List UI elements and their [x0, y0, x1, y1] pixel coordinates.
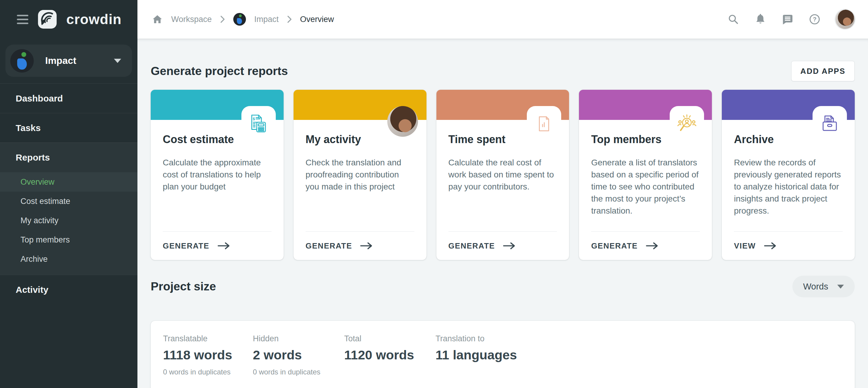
- add-apps-button[interactable]: ADD APPS: [791, 61, 855, 81]
- caret-down-icon: [837, 285, 844, 289]
- project-name: Impact: [45, 55, 76, 66]
- time-report-document-icon: [535, 115, 553, 133]
- sidebar-item-tasks[interactable]: Tasks: [0, 113, 137, 142]
- stat-note: 0 words in duplicates: [163, 368, 253, 376]
- sidebar-subitem-top-members[interactable]: Top members: [0, 230, 137, 250]
- arrow-right-icon: [503, 241, 516, 250]
- card-icon-badge: [527, 106, 561, 141]
- breadcrumb-project[interactable]: Impact: [254, 15, 279, 24]
- card-archive: Archive Review the records of previously…: [722, 90, 855, 260]
- invoice-calculator-icon: $: [249, 114, 269, 134]
- card-cost-estimate: $ Cost estimate Calculate the approximat…: [151, 90, 284, 260]
- svg-text:$: $: [253, 117, 255, 121]
- unit-selector-dropdown[interactable]: Words: [792, 276, 855, 297]
- stat-label: Translation to: [435, 334, 527, 344]
- card-action-label: GENERATE: [306, 241, 352, 251]
- project-size-section-head: Project size Words: [151, 276, 855, 297]
- help-icon[interactable]: ?: [808, 13, 821, 26]
- stat-label: Translatable: [163, 334, 253, 344]
- sidebar-nav: Dashboard Tasks Reports Overview Cost es…: [0, 84, 137, 304]
- topbar-actions: ?: [727, 10, 855, 29]
- chat-icon[interactable]: [781, 13, 794, 26]
- sidebar-item-reports[interactable]: Reports: [0, 143, 137, 172]
- project-selector[interactable]: Impact: [5, 44, 132, 77]
- card-description: Calculate the real cost of work based on…: [448, 157, 557, 193]
- sidebar-subitem-my-activity[interactable]: My activity: [0, 211, 137, 230]
- bell-icon[interactable]: [754, 13, 767, 26]
- crowdin-logo-icon[interactable]: [37, 9, 57, 29]
- unit-selector-value: Words: [803, 282, 828, 292]
- sidebar: crowdin Impact Dashboard Tasks Reports O…: [0, 0, 137, 388]
- breadcrumb-current-page: Overview: [300, 15, 334, 24]
- reports-section-head: Generate project reports ADD APPS: [151, 61, 855, 81]
- home-icon[interactable]: [152, 14, 163, 25]
- card-icon-badge: [670, 106, 704, 141]
- archive-box-icon: [820, 114, 839, 133]
- card-description: Calculate the approximate cost of transl…: [163, 157, 272, 193]
- card-icon-badge: $: [241, 106, 276, 141]
- card-action-label: VIEW: [734, 241, 755, 251]
- project-size-title: Project size: [151, 280, 216, 293]
- view-archive-link[interactable]: VIEW: [722, 232, 855, 260]
- stat-total: Total 1120 words: [344, 334, 435, 376]
- user-avatar[interactable]: [835, 10, 855, 29]
- stat-note: 0 words in duplicates: [253, 368, 344, 376]
- sidebar-section-reports: Reports Overview Cost estimate My activi…: [0, 142, 137, 275]
- stat-hidden: Hidden 2 words 0 words in duplicates: [253, 334, 344, 376]
- topbar: Workspace Impact Overview ?: [137, 0, 868, 38]
- card-action-label: GENERATE: [163, 241, 210, 251]
- generate-top-members-link[interactable]: GENERATE: [579, 232, 712, 260]
- report-cards: $ Cost estimate Calculate the approximat…: [151, 90, 855, 260]
- arrow-right-icon: [217, 241, 230, 250]
- sidebar-item-dashboard[interactable]: Dashboard: [0, 84, 137, 113]
- sidebar-item-activity[interactable]: Activity: [0, 275, 137, 304]
- card-action-label: GENERATE: [448, 241, 495, 251]
- card-description: Check the translation and proofreading c…: [306, 157, 414, 193]
- breadcrumb-workspace[interactable]: Workspace: [171, 15, 212, 24]
- stat-translatable: Translatable 1118 words 0 words in dupli…: [161, 334, 253, 376]
- sidebar-subitem-cost-estimate[interactable]: Cost estimate: [0, 192, 137, 211]
- stat-label: Total: [344, 334, 435, 344]
- card-body: My activity Check the translation and pr…: [293, 120, 427, 231]
- project-avatar: [10, 49, 34, 73]
- stat-translation-to: Translation to 11 languages: [435, 334, 527, 376]
- card-icon-badge: [812, 106, 847, 141]
- sidebar-subitem-overview[interactable]: Overview: [0, 172, 137, 192]
- card-description: Generate a list of translators based on …: [591, 157, 700, 217]
- card-time-spent: Time spent Calculate the real cost of wo…: [436, 90, 569, 260]
- stat-value: 1120 words: [344, 348, 435, 362]
- user-photo-avatar: [387, 106, 418, 137]
- stat-value: 11 languages: [435, 348, 527, 362]
- stat-value: 2 words: [253, 348, 344, 362]
- search-icon[interactable]: [727, 13, 740, 26]
- card-top-members: Top members Generate a list of translato…: [579, 90, 712, 260]
- card-description: Review the records of previously generat…: [734, 157, 843, 217]
- chevron-right-icon: [287, 15, 292, 23]
- brand-row: crowdin: [0, 0, 137, 38]
- generate-time-spent-link[interactable]: GENERATE: [436, 232, 569, 260]
- generate-my-activity-link[interactable]: GENERATE: [293, 232, 427, 260]
- content: Generate project reports ADD APPS $: [137, 38, 868, 388]
- arrow-right-icon: [360, 241, 373, 250]
- card-action-label: GENERATE: [591, 241, 638, 251]
- project-size-stats-card: Translatable 1118 words 0 words in dupli…: [151, 321, 855, 388]
- breadcrumb-project-avatar[interactable]: [233, 13, 246, 26]
- caret-down-icon: [114, 59, 121, 63]
- svg-text:?: ?: [813, 16, 816, 23]
- hamburger-menu-icon[interactable]: [17, 15, 28, 24]
- page-title: Generate project reports: [151, 64, 288, 78]
- breadcrumb: Workspace Impact Overview: [152, 13, 334, 26]
- main-column: Workspace Impact Overview ?: [137, 0, 868, 388]
- members-magnifier-icon: [677, 114, 697, 134]
- sidebar-subitem-archive[interactable]: Archive: [0, 250, 137, 269]
- crowdin-app: crowdin Impact Dashboard Tasks Reports O…: [0, 0, 868, 388]
- stat-label: Hidden: [253, 334, 344, 344]
- stat-value: 1118 words: [163, 348, 253, 362]
- arrow-right-icon: [646, 241, 659, 250]
- generate-cost-estimate-link[interactable]: GENERATE: [151, 232, 284, 260]
- crowdin-wordmark: crowdin: [66, 11, 121, 27]
- card-my-activity: My activity Check the translation and pr…: [293, 90, 427, 260]
- arrow-right-icon: [764, 241, 777, 250]
- chevron-right-icon: [220, 15, 225, 23]
